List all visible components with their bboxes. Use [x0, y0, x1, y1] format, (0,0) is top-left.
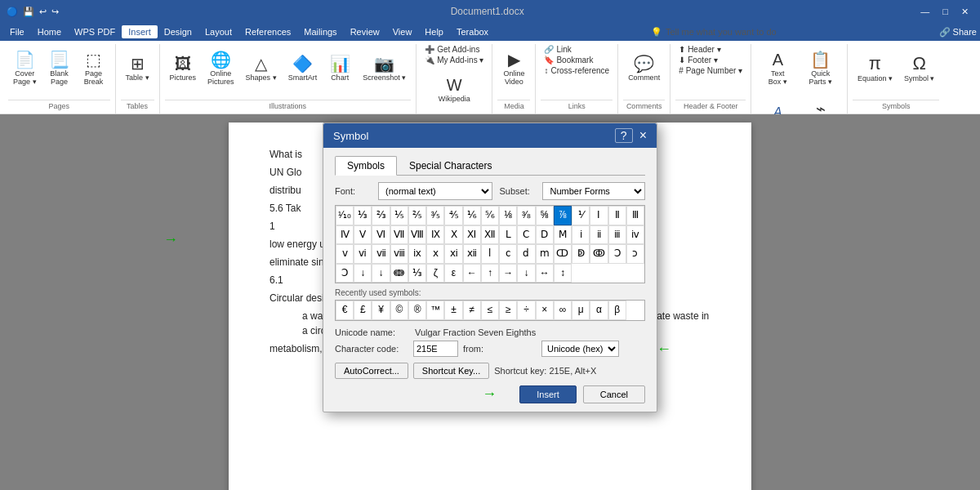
subset-select[interactable]: Number Forms [542, 182, 645, 200]
quick-parts-button[interactable]: 📋 QuickParts ▾ [800, 44, 842, 93]
symbol-cell-54[interactable]: ↈ [390, 264, 408, 283]
symbol-cell-30[interactable]: ⅰ [572, 225, 590, 245]
font-select[interactable]: (normal text) [378, 182, 492, 200]
symbol-cell-2[interactable]: ⅔ [372, 206, 390, 225]
symbol-cell-19[interactable]: Ⅵ [372, 225, 390, 245]
symbol-cell-7[interactable]: ⅙ [463, 206, 481, 225]
symbol-cell-46[interactable]: ↀ [554, 244, 572, 264]
symbol-cell-48[interactable]: ↂ [590, 244, 608, 264]
recently-used-cell-4[interactable]: ® [408, 301, 426, 320]
menu-references[interactable]: References [238, 25, 297, 38]
minimize-button[interactable]: — [915, 5, 934, 19]
symbol-dialog[interactable]: Symbol ? × Symbols Special Characters Fo… [323, 122, 657, 412]
online-pictures-button[interactable]: 🌐 OnlinePictures [203, 44, 239, 93]
recently-used-cell-2[interactable]: ¥ [372, 301, 390, 320]
shortcut-key-button[interactable]: Shortcut Key... [413, 363, 489, 379]
symbol-cell-1[interactable]: ⅓ [354, 206, 372, 225]
close-button[interactable]: ✕ [956, 5, 973, 19]
blank-page-button[interactable]: 📃 BlankPage [43, 44, 76, 93]
symbol-cell-6[interactable]: ⅘ [444, 206, 462, 225]
symbol-cell-57[interactable]: ε [444, 264, 462, 283]
symbol-cell-36[interactable]: ⅶ [372, 244, 390, 264]
symbol-cell-5[interactable]: ³⁄₅ [426, 206, 444, 225]
menu-design[interactable]: Design [158, 25, 198, 38]
recently-used-cell-8[interactable]: ≤ [481, 301, 499, 320]
symbol-cell-22[interactable]: Ⅸ [426, 225, 444, 245]
quick-access-undo[interactable]: ↩ [39, 7, 47, 17]
link-button[interactable]: 🔗 Link [541, 44, 612, 55]
menu-terabox[interactable]: Terabox [450, 25, 495, 38]
symbol-cell-52[interactable]: ↓ [354, 264, 372, 283]
tab-special-characters[interactable]: Special Characters [397, 156, 504, 175]
menu-wps-pdf[interactable]: WPS PDF [68, 25, 122, 38]
recently-used-cell-9[interactable]: ≥ [499, 301, 517, 320]
equation-button[interactable]: π Equation ▾ [853, 44, 898, 93]
symbol-cell-3[interactable]: ⅕ [390, 206, 408, 225]
char-code-input[interactable] [413, 341, 458, 357]
maximize-button[interactable]: □ [938, 5, 953, 19]
insert-button[interactable]: Insert [519, 385, 577, 403]
symbol-cell-26[interactable]: Ⅼ [499, 225, 517, 245]
symbol-cell-13[interactable]: ⅟ [572, 206, 590, 225]
symbol-cell-20[interactable]: Ⅶ [390, 225, 408, 245]
recently-used-cell-6[interactable]: ± [444, 301, 462, 320]
symbol-cell-15[interactable]: Ⅱ [608, 206, 626, 225]
symbol-cell-0[interactable]: ¹⁄₁₀ [336, 206, 354, 225]
symbol-cell-9[interactable]: ⅛ [499, 206, 517, 225]
symbol-cell-33[interactable]: ⅳ [626, 225, 644, 245]
recently-used-cell-5[interactable]: ™ [426, 301, 444, 320]
symbol-cell-35[interactable]: ⅵ [354, 244, 372, 264]
symbol-cell-55[interactable]: ⅓ [408, 264, 426, 283]
symbol-cell-53[interactable]: ↓ [372, 264, 390, 283]
symbol-cell-31[interactable]: ⅱ [590, 225, 608, 245]
text-box-button[interactable]: A TextBox ▾ [756, 44, 799, 93]
cancel-button[interactable]: Cancel [583, 385, 645, 403]
menu-view[interactable]: View [386, 25, 419, 38]
online-video-button[interactable]: ▶ OnlineVideo [497, 44, 530, 93]
symbol-cell-43[interactable]: ⅽ [499, 244, 517, 264]
comment-button[interactable]: 💬 Comment [623, 44, 665, 93]
menu-home[interactable]: Home [31, 25, 68, 38]
pictures-button[interactable]: 🖼 Pictures [165, 44, 202, 93]
symbol-cell-44[interactable]: ⅾ [517, 244, 535, 264]
recently-used-cell-15[interactable]: β [608, 301, 626, 320]
symbol-cell-18[interactable]: Ⅴ [354, 225, 372, 245]
symbol-cell-56[interactable]: ζ [426, 264, 444, 283]
symbol-cell-28[interactable]: Ⅾ [536, 225, 554, 245]
menu-mailings[interactable]: Mailings [297, 25, 343, 38]
symbol-cell-47[interactable]: ↁ [572, 244, 590, 264]
symbol-cell-60[interactable]: → [499, 264, 517, 283]
smartart-button[interactable]: 🔷 SmartArt [283, 44, 323, 93]
recently-used-cell-3[interactable]: © [390, 301, 408, 320]
shapes-button[interactable]: △ Shapes ▾ [241, 44, 282, 93]
recently-used-cell-1[interactable]: £ [354, 301, 372, 320]
symbol-cell-25[interactable]: Ⅻ [481, 225, 499, 245]
wikipedia-button[interactable]: W Wikipedia [421, 65, 487, 114]
recently-used-cell-14[interactable]: α [590, 301, 608, 320]
recently-used-cell-13[interactable]: μ [572, 301, 590, 320]
quick-access-redo[interactable]: ↪ [51, 7, 59, 17]
menu-review[interactable]: Review [344, 25, 386, 38]
symbol-cell-17[interactable]: Ⅳ [336, 225, 354, 245]
symbol-cell-45[interactable]: ⅿ [536, 244, 554, 264]
page-number-button[interactable]: # Page Number ▾ [675, 65, 746, 76]
get-addins-button[interactable]: ➕ Get Add-ins [421, 44, 487, 55]
symbol-cell-16[interactable]: Ⅲ [626, 206, 644, 225]
symbol-cell-24[interactable]: Ⅺ [463, 225, 481, 245]
symbol-cell-41[interactable]: ⅻ [463, 244, 481, 264]
symbol-cell-63[interactable]: ↕ [554, 264, 572, 283]
header-button[interactable]: ⬆ Header ▾ [675, 44, 746, 55]
symbol-cell-39[interactable]: ⅹ [426, 244, 444, 264]
autocorrect-button[interactable]: AutoCorrect... [335, 363, 408, 379]
tab-symbols[interactable]: Symbols [335, 156, 397, 176]
symbol-cell-59[interactable]: ↑ [481, 264, 499, 283]
symbol-cell-62[interactable]: ↔ [536, 264, 554, 283]
recently-used-cell-0[interactable]: € [336, 301, 354, 320]
table-button[interactable]: ⊞ Table ▾ [121, 44, 154, 93]
symbol-cell-32[interactable]: ⅲ [608, 225, 626, 245]
recently-used-cell-12[interactable]: ∞ [554, 301, 572, 320]
symbol-cell-38[interactable]: ⅸ [408, 244, 426, 264]
symbol-cell-29[interactable]: Ⅿ [554, 225, 572, 245]
menu-file[interactable]: File [3, 25, 31, 38]
symbol-cell-58[interactable]: ← [463, 264, 481, 283]
